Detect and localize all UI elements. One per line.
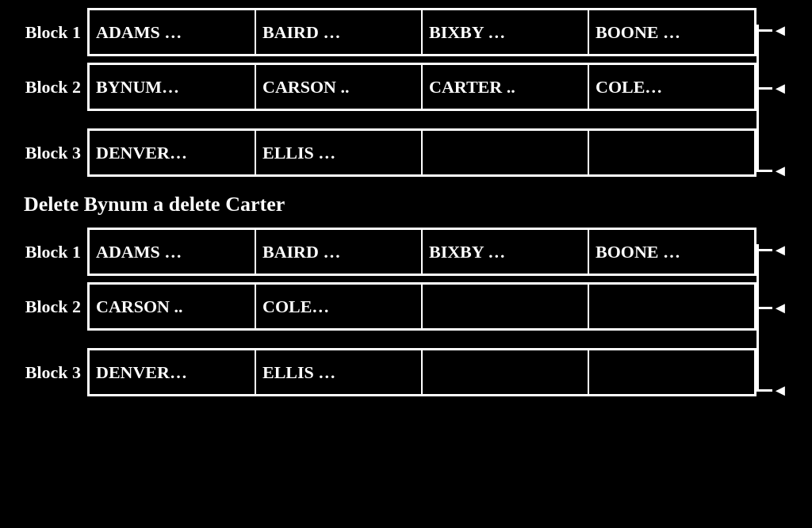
top-block3-cell1: DENVER… <box>90 131 256 174</box>
top-block3-cell3 <box>423 131 589 174</box>
top-block1-cell1: ADAMS … <box>90 10 256 54</box>
bottom-diagram: Block 1 ADAMS … BAIRD … BIXBY … BOONE … … <box>16 228 796 401</box>
bottom-block2-row: Block 2 CARSON .. COLE… <box>16 282 756 331</box>
bottom-right-connector: ◄ ◄ ◄ <box>756 228 796 401</box>
top-block2-cell2: CARSON .. <box>256 65 423 109</box>
bottom-block3-cell1: DENVER… <box>90 350 256 394</box>
top-block3-label: Block 3 <box>16 143 87 163</box>
top-block1-container: ADAMS … BAIRD … BIXBY … BOONE … <box>87 8 756 56</box>
top-block3-container: DENVER… ELLIS … <box>87 128 756 177</box>
top-block1-cell3: BIXBY … <box>423 10 589 54</box>
top-right-connector: ◄ ◄ ◄ <box>756 8 796 182</box>
bottom-arrow3: ◄ <box>756 382 788 398</box>
bottom-block3-label: Block 3 <box>16 362 87 383</box>
bottom-arrow2: ◄ <box>756 300 788 316</box>
top-block1-label: Block 1 <box>16 22 87 43</box>
bottom-block3-row: Block 3 DENVER… ELLIS … <box>16 348 756 396</box>
bottom-block2-cell3 <box>423 285 589 328</box>
top-block2-cell4: COLE… <box>589 65 754 109</box>
top-block2-row: Block 2 BYNUM… CARSON .. CARTER .. COLE… <box>16 63 756 111</box>
top-block1-cell4: BOONE … <box>589 10 754 54</box>
bottom-block3-cell3 <box>423 350 589 394</box>
top-arrow3: ◄ <box>756 163 788 178</box>
top-block2-cell1: BYNUM… <box>90 65 256 109</box>
bottom-block2-cell1: CARSON .. <box>90 285 256 328</box>
bottom-block2-container: CARSON .. COLE… <box>87 282 756 331</box>
top-block1-row: Block 1 ADAMS … BAIRD … BIXBY … BOONE … <box>16 8 756 56</box>
top-arrow1: ◄ <box>756 22 788 38</box>
bottom-arrow1: ◄ <box>756 242 788 258</box>
bottom-block3-cell2: ELLIS … <box>256 350 423 394</box>
top-arrow2: ◄ <box>756 80 788 96</box>
bottom-block1-container: ADAMS … BAIRD … BIXBY … BOONE … <box>87 228 756 276</box>
bottom-block1-cell1: ADAMS … <box>90 230 256 274</box>
top-block3-cell4 <box>589 131 754 174</box>
top-block2-label: Block 2 <box>16 77 87 98</box>
top-block2-cell3: CARTER .. <box>423 65 589 109</box>
bottom-block3-cell4 <box>589 350 754 394</box>
top-diagram: Block 1 ADAMS … BAIRD … BIXBY … BOONE … … <box>16 8 796 182</box>
bottom-vert-line2 <box>756 302 759 389</box>
bottom-block3-container: DENVER… ELLIS … <box>87 348 756 396</box>
bottom-block2-cell2: COLE… <box>256 285 423 328</box>
top-block3-cell2: ELLIS … <box>256 131 423 174</box>
bottom-block1-cell4: BOONE … <box>589 230 754 274</box>
top-vert-line2 <box>756 82 759 170</box>
top-block1-cell2: BAIRD … <box>256 10 423 54</box>
bottom-block1-row: Block 1 ADAMS … BAIRD … BIXBY … BOONE … <box>16 228 756 276</box>
bottom-block1-cell3: BIXBY … <box>423 230 589 274</box>
bottom-block2-label: Block 2 <box>16 297 87 317</box>
top-blocks: Block 1 ADAMS … BAIRD … BIXBY … BOONE … … <box>16 8 756 182</box>
bottom-blocks: Block 1 ADAMS … BAIRD … BIXBY … BOONE … … <box>16 228 756 401</box>
top-block3-row: Block 3 DENVER… ELLIS … <box>16 128 756 177</box>
top-block2-container: BYNUM… CARSON .. CARTER .. COLE… <box>87 63 756 111</box>
bottom-block2-cell4 <box>589 285 754 328</box>
bottom-block1-label: Block 1 <box>16 242 87 262</box>
bottom-block1-cell2: BAIRD … <box>256 230 423 274</box>
delete-text: Delete Bynum a delete Carter <box>16 193 796 216</box>
